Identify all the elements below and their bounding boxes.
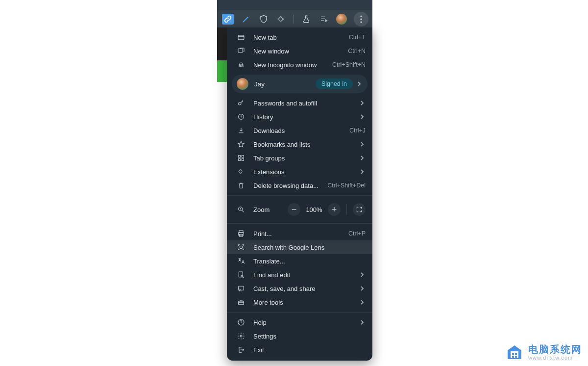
profile-name: Jay — [254, 80, 316, 88]
menu-label: Print... — [253, 230, 348, 237]
star-icon — [237, 140, 245, 149]
menu-search-lens[interactable]: Search with Google Lens — [227, 240, 372, 254]
menu-bookmarks[interactable]: Bookmarks and lists — [227, 137, 372, 151]
svg-rect-11 — [239, 158, 241, 160]
menu-divider — [227, 195, 372, 196]
page-dark-strip — [217, 27, 227, 60]
trash-icon — [237, 181, 245, 190]
keyboard-shortcut: Ctrl+P — [348, 230, 366, 237]
keyboard-shortcut: Ctrl+Shift+N — [332, 61, 366, 68]
menu-label: Tab groups — [253, 155, 359, 162]
shield-icon[interactable] — [258, 14, 269, 25]
watermark-text: 电脑系统网 www.dnxtw.com — [528, 344, 582, 361]
menu-exit[interactable]: Exit — [227, 343, 372, 357]
kebab-menu-button[interactable] — [354, 12, 368, 26]
menu-label: Bookmarks and lists — [253, 141, 359, 148]
pen-icon[interactable] — [241, 14, 251, 25]
menu-downloads[interactable]: Downloads Ctrl+J — [227, 124, 372, 137]
menu-label: Passwords and autofill — [253, 100, 359, 107]
chevron-right-icon — [359, 271, 366, 278]
menu-divider — [227, 223, 372, 224]
svg-rect-3 — [238, 35, 244, 40]
menu-more-tools[interactable]: More tools — [227, 295, 372, 309]
zoom-separator — [346, 204, 347, 215]
svg-point-5 — [239, 65, 241, 67]
playlist-icon[interactable] — [318, 14, 329, 25]
menu-tab-groups[interactable]: Tab groups — [227, 151, 372, 165]
lens-icon — [237, 243, 245, 252]
zoom-value: 100% — [303, 206, 325, 213]
svg-rect-27 — [512, 356, 514, 358]
menu-label: New window — [253, 48, 348, 55]
puzzle-icon[interactable] — [276, 14, 287, 25]
menu-translate[interactable]: Translate... — [227, 254, 372, 268]
svg-rect-28 — [515, 356, 517, 358]
menu-label: Find and edit — [253, 271, 359, 279]
zoom-in-button[interactable]: + — [328, 203, 341, 216]
menu-settings[interactable]: Settings — [227, 329, 372, 343]
svg-point-0 — [360, 15, 362, 17]
svg-point-2 — [360, 21, 362, 23]
help-icon — [237, 318, 245, 327]
menu-label: Exit — [253, 346, 366, 354]
fullscreen-button[interactable] — [353, 203, 366, 216]
chrome-main-menu: New tab Ctrl+T New window Ctrl+N New Inc… — [227, 27, 372, 361]
svg-rect-21 — [239, 301, 244, 305]
keyboard-shortcut: Ctrl+J — [349, 127, 366, 134]
chevron-right-icon — [359, 100, 366, 106]
svg-point-1 — [360, 18, 362, 20]
svg-rect-26 — [515, 353, 517, 355]
menu-label: Extensions — [253, 168, 359, 176]
svg-rect-4 — [238, 49, 243, 52]
svg-rect-24 — [511, 351, 518, 358]
menu-help[interactable]: Help — [227, 315, 372, 329]
menu-cast-save-share[interactable]: Cast, save, and share — [227, 282, 372, 295]
profile-avatar — [237, 78, 248, 90]
menu-new-incognito[interactable]: New Incognito window Ctrl+Shift+N — [227, 58, 372, 72]
svg-point-6 — [242, 65, 243, 67]
menu-delete-browsing-data[interactable]: Delete browsing data... Ctrl+Shift+Del — [227, 179, 372, 192]
chevron-right-icon — [359, 285, 366, 292]
svg-rect-10 — [242, 156, 244, 157]
menu-zoom-row: Zoom − 100% + — [227, 199, 372, 220]
menu-extensions[interactable]: Extensions — [227, 165, 372, 179]
gear-icon — [237, 332, 245, 340]
profile-avatar-icon[interactable] — [336, 14, 347, 25]
svg-rect-25 — [512, 353, 514, 355]
menu-profile-row[interactable]: Jay Signed in — [232, 75, 368, 93]
chevron-right-icon — [359, 299, 366, 306]
menu-label: Cast, save, and share — [253, 285, 359, 292]
chevron-right-icon — [356, 80, 363, 87]
watermark-url: www.dnxtw.com — [528, 355, 582, 361]
svg-rect-14 — [239, 231, 243, 233]
menu-passwords[interactable]: Passwords and autofill — [227, 96, 372, 110]
menu-label: More tools — [253, 299, 359, 306]
flask-icon[interactable] — [301, 14, 312, 25]
watermark: 电脑系统网 www.dnxtw.com — [506, 343, 582, 361]
menu-new-tab[interactable]: New tab Ctrl+T — [227, 30, 372, 44]
menu-label: Search with Google Lens — [253, 244, 366, 251]
chevron-right-icon — [359, 113, 366, 120]
incognito-icon — [237, 60, 245, 69]
menu-print[interactable]: Print... Ctrl+P — [227, 227, 372, 240]
chevron-right-icon — [359, 141, 366, 148]
document-search-icon — [237, 270, 245, 279]
tab-icon — [237, 33, 245, 42]
zoom-controls: − 100% + — [288, 203, 366, 216]
keyboard-shortcut: Ctrl+N — [348, 48, 366, 54]
watermark-title: 电脑系统网 — [528, 344, 582, 354]
link-icon[interactable] — [222, 14, 234, 25]
menu-find-edit[interactable]: Find and edit — [227, 268, 372, 282]
svg-rect-9 — [239, 156, 241, 157]
menu-new-window[interactable]: New window Ctrl+N — [227, 44, 372, 58]
menu-label: Downloads — [253, 127, 349, 134]
keyboard-shortcut: Ctrl+Shift+Del — [327, 182, 366, 189]
menu-label: New tab — [253, 34, 349, 41]
toolbar-separator — [294, 15, 294, 24]
menu-history[interactable]: History — [227, 110, 372, 124]
chevron-right-icon — [359, 155, 366, 161]
menu-divider — [227, 312, 372, 313]
toolbox-icon — [237, 298, 245, 307]
menu-label: History — [253, 113, 359, 121]
zoom-out-button[interactable]: − — [288, 203, 300, 216]
